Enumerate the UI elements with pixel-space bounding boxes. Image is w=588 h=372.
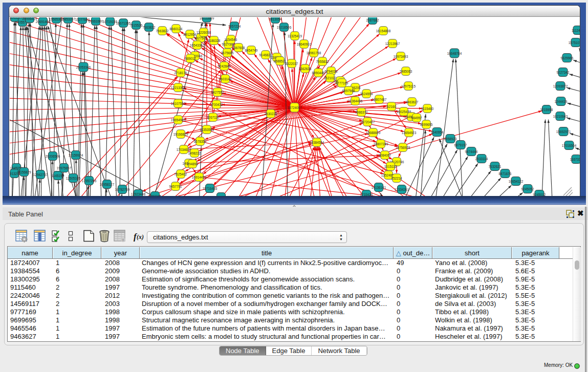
svg-text:16782759: 16782759 [115,188,130,191]
svg-text:16154808: 16154808 [376,29,391,33]
svg-text:15751074: 15751074 [569,41,580,45]
svg-text:9115460: 9115460 [421,107,434,111]
svg-text:9777169: 9777169 [336,81,349,85]
svg-text:16958127: 16958127 [100,183,115,186]
svg-text:10756928: 10756928 [396,146,410,149]
svg-text:19218506: 19218506 [277,26,292,29]
svg-text:17034678: 17034678 [177,148,191,151]
svg-text:17957255: 17957255 [82,179,97,183]
svg-text:18807249: 18807249 [374,142,388,146]
svg-text:1588521: 1588521 [274,59,287,63]
svg-text:16648784: 16648784 [447,52,462,55]
svg-text:9474444: 9474444 [465,150,478,154]
svg-text:19166825: 19166825 [173,133,188,136]
svg-text:2718176: 2718176 [175,71,187,75]
svg-text:7663822: 7663822 [156,29,169,33]
svg-text:9457791: 9457791 [169,185,182,188]
svg-text:11353594: 11353594 [200,128,214,132]
svg-text:10853267: 10853267 [61,17,76,21]
svg-text:1015112: 1015112 [384,165,397,168]
svg-text:12213369: 12213369 [171,86,186,90]
svg-text:3267110: 3267110 [207,116,220,119]
svg-text:12093872: 12093872 [553,84,568,88]
svg-text:26053346: 26053346 [76,65,91,69]
svg-text:19384554: 19384554 [310,141,324,144]
svg-text:9463627: 9463627 [406,100,419,104]
svg-text:1244419: 1244419 [555,100,568,103]
svg-text:67661600: 67661600 [89,19,103,23]
svg-text:20995419: 20995419 [23,17,37,20]
svg-text:2367608: 2367608 [232,46,245,50]
svg-text:10210643: 10210643 [553,115,568,118]
svg-text:15716485: 15716485 [203,187,217,190]
svg-text:6879197: 6879197 [454,143,467,147]
svg-text:1145190: 1145190 [52,174,64,178]
svg-text:1154546: 1154546 [225,38,237,41]
svg-text:7663822: 7663822 [143,26,156,29]
svg-text:9227342: 9227342 [557,71,570,74]
svg-text:8958923: 8958923 [444,137,457,141]
svg-text:11156829: 11156829 [17,170,31,174]
svg-text:2933114: 2933114 [475,157,488,161]
svg-text:16961758: 16961758 [307,51,321,55]
svg-text:18724007: 18724007 [287,106,302,110]
svg-text:16107552: 16107552 [171,102,186,105]
svg-text:3215958: 3215958 [540,108,553,112]
svg-text:9245052: 9245052 [521,187,534,191]
svg-text:1167334: 1167334 [570,158,580,161]
svg-text:16671355: 16671355 [116,21,131,25]
svg-text:62160: 62160 [387,105,396,108]
svg-text:(x): (x) [137,233,144,240]
svg-text:8660124: 8660124 [170,27,183,31]
svg-text:7986372: 7986372 [355,111,368,114]
svg-text:20206506: 20206506 [46,155,60,158]
svg-text:10688609: 10688609 [366,131,381,135]
svg-text:13226058: 13226058 [197,31,211,34]
svg-text:8471676: 8471676 [499,172,512,176]
svg-text:21364436: 21364436 [348,99,363,103]
svg-text:19975857: 19975857 [57,166,72,170]
svg-text:15720407: 15720407 [360,120,375,124]
svg-text:9242848: 9242848 [218,64,231,68]
svg-text:1498222: 1498222 [188,151,201,155]
svg-text:20691406: 20691406 [36,20,51,24]
svg-text:8813054: 8813054 [269,17,282,21]
svg-text:12942737: 12942737 [33,173,48,177]
svg-text:994893: 994893 [187,162,198,166]
svg-text:15277602: 15277602 [75,18,90,21]
svg-text:10807487: 10807487 [372,98,387,101]
svg-text:984957: 984957 [411,116,422,120]
svg-text:17334261: 17334261 [395,188,409,191]
svg-text:2530225: 2530225 [265,112,277,116]
svg-text:8912954: 8912954 [184,33,197,36]
svg-text:3675685: 3675685 [221,51,234,55]
svg-text:8427552: 8427552 [211,91,224,94]
svg-text:10973493: 10973493 [394,55,408,58]
svg-text:11325419: 11325419 [288,34,302,38]
svg-text:18640910: 18640910 [297,42,312,46]
svg-text:16033809: 16033809 [200,17,214,20]
svg-text:19654985: 19654985 [171,118,186,122]
svg-text:7515526: 7515526 [130,24,143,27]
svg-text:1700432: 1700432 [210,103,223,106]
svg-text:7955812: 7955812 [316,60,329,63]
svg-text:12505105: 12505105 [66,177,81,180]
svg-text:10654122: 10654122 [509,180,524,183]
svg-text:8454749: 8454749 [245,49,258,52]
svg-text:6794028: 6794028 [325,70,338,73]
svg-text:7625402: 7625402 [175,172,187,176]
svg-text:10719155: 10719155 [103,20,118,24]
svg-text:7632621: 7632621 [489,165,502,168]
svg-text:3624554: 3624554 [360,92,373,96]
svg-text:2603144: 2603144 [219,77,232,81]
svg-text:x: x [122,238,124,242]
svg-text:9329966: 9329966 [561,56,574,60]
svg-text:7485063: 7485063 [400,70,412,73]
svg-text:1362635: 1362635 [299,67,312,71]
svg-text:17016504: 17016504 [562,144,577,147]
svg-text:7957224: 7957224 [228,25,241,28]
svg-text:14136141: 14136141 [372,186,386,189]
svg-text:2087682: 2087682 [366,18,379,22]
svg-text:6897568: 6897568 [342,89,355,93]
svg-text:252214: 252214 [391,177,402,180]
